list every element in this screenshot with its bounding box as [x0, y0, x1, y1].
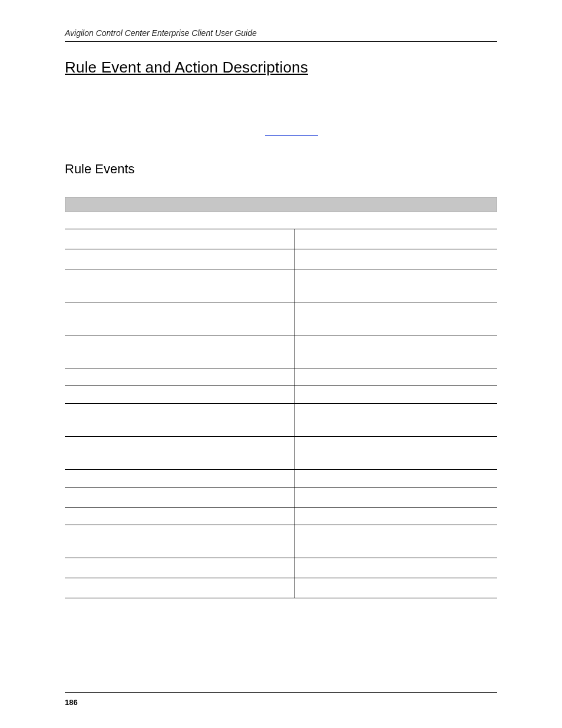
page-number: 186	[65, 698, 78, 707]
table-row	[65, 302, 497, 335]
table-row	[65, 335, 497, 368]
table-row	[65, 470, 497, 487]
table-row	[65, 437, 497, 470]
table-row	[65, 249, 497, 269]
table-row	[65, 404, 497, 437]
section-group-bar	[65, 197, 497, 212]
page-title: Rule Event and Action Descriptions	[65, 58, 497, 77]
table-row	[65, 508, 497, 525]
crossref-link-underline	[265, 135, 318, 136]
table-row	[65, 269, 497, 302]
table-row	[65, 525, 497, 558]
table-row	[65, 578, 497, 598]
page: Avigilon Control Center Enterprise Clien…	[0, 0, 562, 728]
table-row	[65, 229, 497, 249]
table-row	[65, 386, 497, 404]
footer-rule	[65, 692, 497, 693]
running-head: Avigilon Control Center Enterprise Clien…	[65, 28, 497, 42]
events-table	[65, 229, 497, 598]
table-row	[65, 487, 497, 508]
table-row	[65, 558, 497, 578]
crossref-placeholder	[65, 130, 497, 140]
section-heading-rule-events: Rule Events	[65, 162, 497, 177]
table-row	[65, 368, 497, 386]
